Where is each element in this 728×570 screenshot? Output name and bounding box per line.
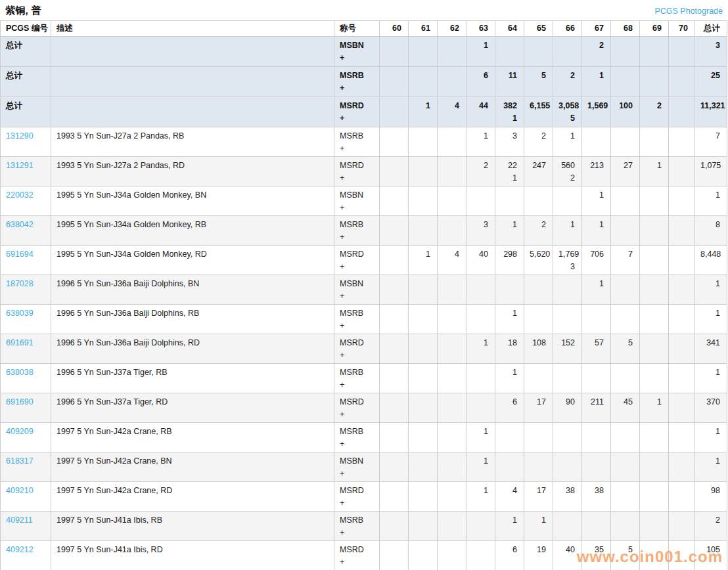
grade-62-cell <box>438 364 466 393</box>
pcgs-number-link[interactable]: 187028 <box>6 279 34 288</box>
grade-63-cell: 1 <box>466 334 495 364</box>
table-row: 6183171997 5 Yn Sun-J42a Crane, BNMSBN+1… <box>1 452 727 482</box>
grade-61-cell: 1 <box>409 246 438 275</box>
grade-68-cell <box>611 216 640 246</box>
grade-62-cell <box>438 216 466 246</box>
grade-65-cell: 17 <box>524 482 553 512</box>
grade-69-cell <box>640 512 669 541</box>
grade-66-cell: 5602 <box>553 157 582 186</box>
designation-cell: MSRD+ <box>334 246 380 275</box>
grade-68-cell <box>611 275 640 305</box>
pcgs-number-link[interactable]: 131291 <box>6 161 34 170</box>
grade-63-cell: 2 <box>466 157 495 186</box>
description-cell: 1995 5 Yn Sun-J34a Golden Monkey, RB <box>51 216 334 246</box>
pcgs-number-cell: 638042 <box>1 216 51 246</box>
grade-64-cell <box>495 186 524 216</box>
page-title: 紫铜, 普 <box>5 5 41 17</box>
description-cell: 1996 5 Yn Sun-J37a Tiger, RB <box>51 364 334 393</box>
grade-65-cell: 1 <box>524 512 553 541</box>
grade-66-cell <box>553 305 582 334</box>
col-header-64: 64 <box>495 21 524 37</box>
pcgs-number-link[interactable]: 409211 <box>6 515 33 525</box>
description-cell: 1997 5 Yn Sun-J41a Ibis, RB <box>51 512 334 541</box>
grade-61-cell <box>409 364 438 393</box>
pcgs-number-link[interactable]: 220032 <box>6 190 34 200</box>
grade-70-cell <box>669 541 695 570</box>
grade-69-cell: 1 <box>640 157 669 186</box>
grade-65-cell <box>524 305 553 334</box>
grade-69-cell <box>640 364 669 393</box>
grade-67-cell: 213 <box>582 157 611 186</box>
col-header-description: 描述 <box>51 21 334 37</box>
grade-69-cell <box>640 423 669 452</box>
grade-67-cell <box>582 423 611 452</box>
grade-69-cell <box>640 37 669 67</box>
pcgs-number-link[interactable]: 638038 <box>6 368 34 377</box>
pcgs-number-link[interactable]: 409212 <box>6 545 34 554</box>
grade-70-cell <box>669 216 695 246</box>
grade-61-cell <box>409 512 438 541</box>
pcgs-number-link[interactable]: 691691 <box>6 338 34 347</box>
grade-62-cell <box>438 157 466 186</box>
table-row: 4092091997 5 Yn Sun-J42a Crane, RBMSRB+1… <box>1 423 727 452</box>
grade-67-cell: 1 <box>582 216 611 246</box>
grade-66-cell: 1 <box>553 216 582 246</box>
col-header-designation: 称号 <box>334 21 380 37</box>
pcgs-number-link[interactable]: 638039 <box>6 309 34 318</box>
grade-69-cell <box>640 305 669 334</box>
table-row: 6916911996 5 Yn Sun-J36a Baiji Dolphins,… <box>1 334 727 364</box>
pcgs-number-link[interactable]: 618317 <box>6 456 34 466</box>
grade-60-cell <box>380 393 409 423</box>
designation-cell: MSRD+ <box>334 482 380 512</box>
grade-67-cell: 1 <box>582 186 611 216</box>
pcgs-number-link[interactable]: 131290 <box>6 131 34 141</box>
grade-61-cell <box>409 393 438 423</box>
grade-70-cell <box>669 67 695 97</box>
grade-60-cell <box>380 246 409 275</box>
grade-63-cell <box>466 512 495 541</box>
grade-65-cell <box>524 37 553 67</box>
grade-67-cell: 1,569 <box>582 97 611 127</box>
pcgs-number-link[interactable]: 409210 <box>6 486 34 495</box>
pcgs-number-cell: 691691 <box>1 334 51 364</box>
grade-60-cell <box>380 512 409 541</box>
grade-67-cell <box>582 364 611 393</box>
grade-63-cell <box>466 305 495 334</box>
grade-63-cell: 1 <box>466 37 495 67</box>
pcgs-number-link[interactable]: 691690 <box>6 397 34 406</box>
description-cell: 1995 5 Yn Sun-J34a Golden Monkey, RD <box>51 246 334 275</box>
grade-62-cell <box>438 334 466 364</box>
grade-67-cell: 57 <box>582 334 611 364</box>
col-header-63: 63 <box>466 21 495 37</box>
pcgs-photograde-link[interactable]: PCGS Photograde <box>654 7 723 16</box>
total-cell: 98 <box>695 482 727 512</box>
grade-66-cell <box>553 423 582 452</box>
pcgs-number-link[interactable]: 691694 <box>6 250 34 259</box>
total-label: 总计 <box>6 41 22 50</box>
pcgs-number-cell: 409210 <box>1 482 51 512</box>
table-row: 1312901993 5 Yn Sun-J27a 2 Pandas, RBMSR… <box>1 127 727 157</box>
table-row: 1870281996 5 Yn Sun-J36a Baiji Dolphins,… <box>1 275 727 305</box>
grade-63-cell: 1 <box>466 452 495 482</box>
grade-60-cell <box>380 364 409 393</box>
pcgs-number-cell: 187028 <box>1 275 51 305</box>
grade-69-cell: 1 <box>640 393 669 423</box>
grade-60-cell <box>380 305 409 334</box>
grade-65-cell: 19 <box>524 541 553 570</box>
pcgs-number-cell: 131290 <box>1 127 51 157</box>
grade-64-cell <box>495 452 524 482</box>
table-row: 4092101997 5 Yn Sun-J42a Crane, RDMSRD+1… <box>1 482 727 512</box>
grade-70-cell <box>669 127 695 157</box>
grade-69-cell <box>640 482 669 512</box>
grade-65-cell: 17 <box>524 393 553 423</box>
designation-cell: MSRB+ <box>334 216 380 246</box>
designation-cell: MSRB+ <box>334 67 380 97</box>
grade-64-cell: 11 <box>495 67 524 97</box>
description-cell: 1997 5 Yn Sun-J41a Ibis, RD <box>51 541 334 570</box>
designation-cell: MSRD+ <box>334 393 380 423</box>
designation-cell: MSBN+ <box>334 186 380 216</box>
pcgs-number-link[interactable]: 409209 <box>6 427 34 436</box>
grade-67-cell: 1 <box>582 275 611 305</box>
col-header-66: 66 <box>553 21 582 37</box>
pcgs-number-link[interactable]: 638042 <box>6 220 34 229</box>
